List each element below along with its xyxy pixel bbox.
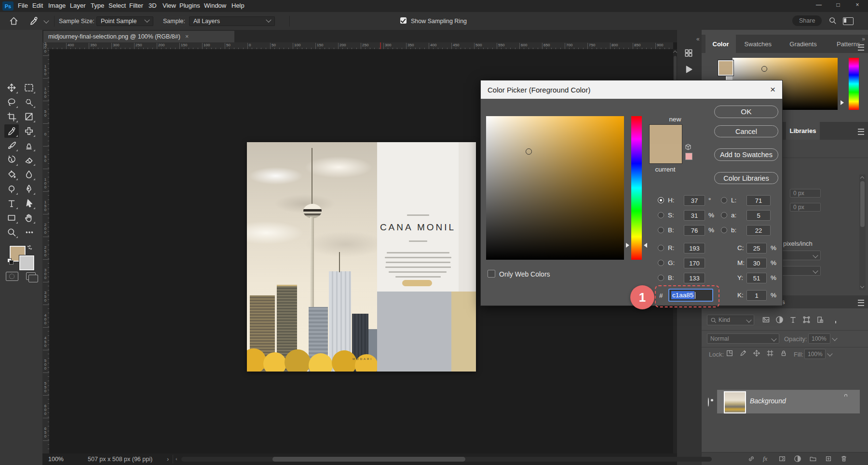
lock-frame-icon[interactable] <box>766 349 774 357</box>
radio-h[interactable] <box>658 197 664 203</box>
radio-a[interactable] <box>721 212 727 218</box>
adjustment-layer-icon[interactable] <box>794 455 801 463</box>
tab-gradients[interactable]: Gradients <box>780 35 827 53</box>
lock-checker-icon[interactable] <box>726 349 733 357</box>
sample-dropdown[interactable]: All Layers <box>189 16 275 26</box>
screen-mode-icon[interactable] <box>26 272 36 280</box>
panel-color-marker[interactable] <box>761 66 767 72</box>
lasso-tool[interactable] <box>4 95 19 109</box>
hue-slider-right-arrow-icon[interactable] <box>644 243 647 248</box>
eyedropper-tool[interactable] <box>4 124 19 138</box>
layer-visibility-icon[interactable] <box>708 398 709 407</box>
menu-file[interactable]: File <box>18 2 28 9</box>
filter-adjust-icon[interactable] <box>775 316 784 324</box>
panel-hue-strip[interactable] <box>849 58 859 110</box>
field-r-value[interactable]: 193 <box>684 243 705 253</box>
color-panel-menu-icon[interactable] <box>858 44 864 51</box>
blur-tool[interactable] <box>22 168 36 181</box>
tool-preset-chevron-icon[interactable] <box>43 18 49 23</box>
radio-b[interactable] <box>721 227 727 233</box>
group-icon[interactable] <box>809 455 817 463</box>
history-brush-tool[interactable] <box>4 153 19 167</box>
marquee-tool[interactable] <box>22 81 36 94</box>
horizontal-scroll-thumb[interactable] <box>272 457 465 462</box>
field-b-value[interactable]: 22 <box>746 225 771 236</box>
radio-b[interactable] <box>658 227 664 233</box>
radio-s[interactable] <box>658 212 664 218</box>
add-to-swatches-button[interactable]: Add to Swatches <box>714 148 778 161</box>
layers-menu-icon[interactable] <box>858 300 864 306</box>
horizontal-scroll-track[interactable] <box>181 457 712 462</box>
swap-colors-icon[interactable] <box>26 244 33 251</box>
horizontal-ruler[interactable]: 0400350300250200150100500501001502002503… <box>42 42 673 50</box>
add-mask-icon[interactable] <box>778 455 786 463</box>
crop-tool[interactable] <box>4 110 19 123</box>
filter-shape-icon[interactable] <box>802 316 811 324</box>
y-position-field[interactable]: 0 px <box>790 203 821 212</box>
dodge-tool[interactable] <box>4 182 19 196</box>
radio-g[interactable] <box>658 260 664 266</box>
brush-tool[interactable] <box>4 139 19 152</box>
field-b-value[interactable]: 76 <box>684 225 705 236</box>
minimize-icon[interactable]: ― <box>813 1 825 8</box>
vertical-ruler[interactable]: 2 0 01 5 01 0 05 005 01 0 01 5 02 0 02 5… <box>42 49 50 453</box>
menu-view[interactable]: View <box>163 2 176 9</box>
tab-swatches[interactable]: Swatches <box>737 35 779 53</box>
web-cube-icon[interactable] <box>684 143 692 151</box>
status-chevron-icon[interactable]: › <box>167 456 169 463</box>
color-libraries-button[interactable]: Color Libraries <box>714 172 778 184</box>
document-tab[interactable]: midjourney-final-selection.png @ 100% (R… <box>43 31 234 42</box>
collapse-dock-icon[interactable]: « <box>696 36 700 42</box>
field-l-value[interactable]: 71 <box>746 195 771 206</box>
dialog-close-icon[interactable]: × <box>770 84 775 95</box>
workspace-icon[interactable] <box>843 17 854 25</box>
background-color-swatch[interactable] <box>19 255 34 270</box>
field-c-value[interactable]: 25 <box>746 243 767 253</box>
restore-icon[interactable]: □ <box>832 1 844 8</box>
menu-3d[interactable]: 3D <box>149 2 157 9</box>
clone-stamp-tool[interactable] <box>22 139 36 152</box>
field-y-value[interactable]: 51 <box>746 273 767 283</box>
field-h-value[interactable]: 37 <box>684 195 705 206</box>
quick-mask-icon[interactable] <box>6 272 18 281</box>
ok-button[interactable]: OK <box>714 106 778 118</box>
scroll-left-icon[interactable]: ‹ <box>176 456 177 462</box>
paint-bucket-tool[interactable] <box>4 168 19 181</box>
field-g-value[interactable]: 170 <box>684 258 705 268</box>
radio-r[interactable] <box>658 245 664 251</box>
actions-play-icon[interactable] <box>684 65 693 74</box>
layer-row[interactable]: Background <box>717 390 860 413</box>
menu-select[interactable]: Select <box>108 2 126 9</box>
scroll-up-icon[interactable] <box>673 51 677 54</box>
more-tools[interactable] <box>22 226 36 239</box>
menu-image[interactable]: Image <box>48 2 66 9</box>
gamut-color-chip[interactable] <box>685 153 692 160</box>
hand-tool[interactable] <box>22 211 36 225</box>
menu-help[interactable]: Help <box>231 2 244 9</box>
libraries-menu-icon[interactable] <box>858 129 864 135</box>
new-layer-icon[interactable] <box>825 455 832 463</box>
hue-slider[interactable] <box>631 116 642 260</box>
pen-tool[interactable] <box>22 182 36 196</box>
menu-edit[interactable]: Edit <box>32 2 43 9</box>
field-b-value[interactable]: 133 <box>684 273 705 283</box>
radio-l[interactable] <box>721 197 727 203</box>
menu-layer[interactable]: Layer <box>70 2 86 9</box>
show-sampling-ring-checkbox[interactable] <box>400 17 407 24</box>
sample-size-dropdown[interactable]: Point Sample <box>96 16 153 26</box>
radio-b[interactable] <box>658 275 664 281</box>
zoom-tool[interactable] <box>4 226 19 239</box>
workspace-grid-icon[interactable] <box>684 48 693 58</box>
only-web-colors-checkbox[interactable] <box>488 270 495 278</box>
blend-mode-dropdown[interactable]: Normal <box>707 333 779 344</box>
tab-close-icon[interactable]: × <box>185 33 189 40</box>
menu-type[interactable]: Type <box>91 2 104 9</box>
zoom-level[interactable]: 100% <box>48 456 64 463</box>
color-field-marker[interactable] <box>526 148 532 155</box>
fx-icon[interactable]: fx <box>763 455 767 463</box>
type-tool[interactable] <box>4 197 19 210</box>
lock-move-icon[interactable] <box>753 349 760 357</box>
menu-window[interactable]: Window <box>204 2 226 9</box>
menu-filter[interactable]: Filter <box>129 2 143 9</box>
menu-plugins[interactable]: Plugins <box>179 2 200 9</box>
